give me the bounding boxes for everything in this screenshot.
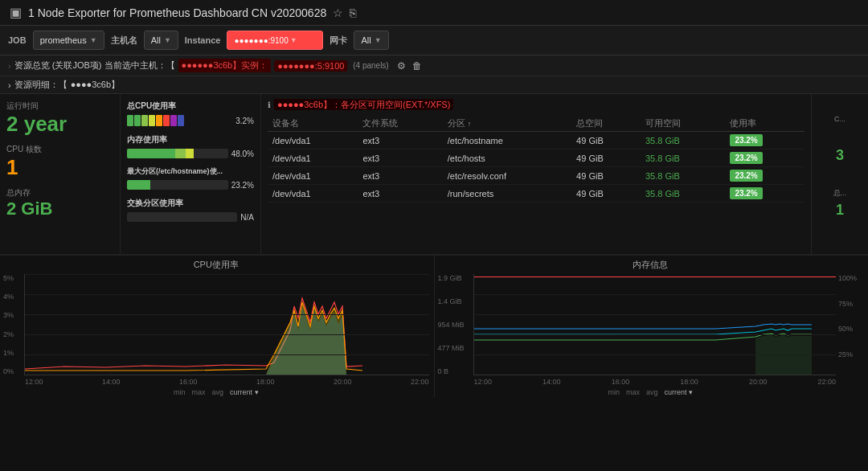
cpu-y-4: 4% (3, 293, 24, 301)
mem-x-22: 22:00 (817, 378, 836, 386)
mem-y-1: 1.9 GiB (438, 274, 473, 282)
mem-yr-1: 100% (838, 274, 863, 282)
cell-total: 49 GiB (571, 185, 641, 203)
share-icon[interactable]: ⎘ (350, 6, 356, 19)
cell-device: /dev/vda1 (268, 149, 358, 167)
memory-label: 总内存 (6, 187, 113, 199)
grid-0 (25, 274, 429, 275)
star-icon[interactable]: ☆ (333, 6, 343, 19)
cpu-bar-5 (156, 115, 162, 126)
dashboard-icon: ▣ (10, 5, 22, 20)
memory-bar-row: 48.0% (127, 149, 254, 158)
cell-device: /dev/vda1 (268, 132, 358, 149)
mem-x-16: 16:00 (612, 378, 630, 386)
cpu-x-20: 20:00 (334, 378, 352, 386)
mem-max: max (626, 388, 640, 396)
swap-bar-row: N/A (127, 212, 254, 222)
cpu-bar-4 (149, 115, 155, 126)
mem-y-4: 477 MiB (438, 344, 473, 352)
instance-value: ●●●●●●●:9100 (234, 36, 288, 45)
mem-min: min (608, 388, 620, 396)
cell-usage: 23.2% (725, 185, 805, 203)
cpu-current[interactable]: current ▾ (230, 388, 259, 396)
mem-yr-3: 50% (838, 325, 863, 333)
cell-usage: 23.2% (725, 149, 805, 167)
col-fs: 文件系统 (358, 116, 442, 132)
swap-bar-bg (127, 212, 237, 222)
mem-grid-3 (474, 334, 837, 335)
memory-fill-buffer (186, 149, 194, 158)
cpu-y-3: 3% (3, 311, 24, 319)
cpu-y-1: 1% (3, 349, 24, 357)
mem-x-18: 18:00 (680, 378, 698, 386)
cell-available: 35.8 GiB (641, 167, 725, 185)
cell-fs: ext3 (358, 167, 442, 185)
info-icon[interactable]: ℹ (268, 100, 271, 109)
memory-chart-svg (474, 274, 837, 375)
grid-2 (25, 314, 429, 315)
breadcrumb-hostname: ●●●●●●3c6b】实例： (178, 59, 272, 72)
memory-footer: min max avg current ▾ (438, 387, 864, 398)
charts-row: CPU使用率 5% 4% 3% 2% 1% 0% (0, 255, 868, 398)
bar-panel: 总CPU使用率 3.2% 内存使用率 (121, 94, 261, 254)
job-label: JOB (8, 35, 27, 45)
instance-input[interactable]: ●●●●●●●:9100 ▼ (227, 31, 323, 50)
cpu-avg: avg (212, 388, 224, 396)
nic-label: 网卡 (330, 35, 347, 47)
mem-y-5: 0 B (438, 367, 473, 375)
cpu-x-22: 22:00 (411, 378, 429, 386)
disk-panel: ℹ ●●●●●3c6b】：各分区可用空间(EXT.*/XFS) 设备名 文件系统… (261, 94, 812, 254)
table-row: /dev/vda1 ext3 /etc/resolv.conf 49 GiB 3… (268, 167, 805, 185)
mem-y-2: 1.4 GiB (438, 297, 473, 305)
hostname-caret: ▼ (164, 36, 171, 44)
cell-usage: 23.2% (725, 167, 805, 185)
memory-value: 2 GiB (6, 200, 113, 218)
cpu-chart-container: CPU使用率 5% 4% 3% 2% 1% 0% (0, 256, 435, 398)
cpu-min: min (174, 388, 186, 396)
nic-dropdown[interactable]: All ▼ (354, 31, 388, 50)
header-title: 1 Node Exporter for Prometheus Dashboard… (28, 6, 326, 19)
cell-partition: /etc/hostname (443, 132, 571, 149)
memory-chart-container: 内存信息 1.9 GiB 1.4 GiB 954 MiB 477 MiB 0 B (435, 256, 869, 398)
breadcrumb-panels: (4 panels) (350, 61, 388, 70)
cell-device: /dev/vda1 (268, 185, 358, 203)
cpu-x-14: 14:00 (102, 378, 121, 386)
col-device: 设备名 (268, 116, 358, 132)
cell-available: 35.8 GiB (641, 149, 725, 167)
disk-bar-bg (127, 180, 228, 190)
breadcrumb-text1: 资源总览 (关联JOB项) 当前选中主机：【 (14, 59, 175, 72)
trash-icon[interactable]: 🗑 (412, 60, 422, 72)
disk-bar-title: 最大分区(/etc/hostname)使... (127, 166, 254, 177)
mem-current[interactable]: current ▾ (665, 388, 694, 396)
main-content: 运行时间 2 year CPU 核数 1 总内存 2 GiB 总CPU使用率 (0, 94, 868, 255)
instance-caret: ▼ (290, 36, 297, 44)
uptime-label: 运行时间 (6, 100, 113, 112)
disk-title: ℹ ●●●●●3c6b】：各分区可用空间(EXT.*/XFS) (268, 99, 805, 111)
cpu-y-2: 2% (3, 330, 24, 338)
cell-partition: /run/secrets (443, 185, 571, 203)
col-total: 总空间 (571, 116, 641, 132)
disk-title-prefix: ●●●●●3c6b】：各分区可用空间(EXT.*/XFS) (274, 99, 453, 111)
cell-fs: ext3 (358, 185, 442, 203)
col-available: 可用空间 (641, 116, 725, 132)
table-row: /dev/vda1 ext3 /run/secrets 49 GiB 35.8 … (268, 185, 805, 203)
job-caret: ▼ (90, 36, 97, 44)
header: ▣ 1 Node Exporter for Prometheus Dashboa… (0, 0, 868, 26)
cell-available: 35.8 GiB (641, 132, 725, 149)
memory-fill-cache (175, 149, 186, 158)
grid-4 (25, 354, 429, 355)
cpu-bar-7 (170, 115, 177, 126)
mem-line-buffer (474, 324, 812, 329)
hostname-dropdown[interactable]: All ▼ (144, 31, 178, 50)
mem-x-14: 14:00 (542, 378, 561, 386)
disk-fill (127, 180, 150, 190)
memory-block: 总内存 2 GiB (6, 187, 113, 218)
cpu-y-5: 5% (3, 274, 24, 282)
cpu-bars (127, 115, 184, 126)
table-row: /dev/vda1 ext3 /etc/hosts 49 GiB 35.8 Gi… (268, 149, 805, 167)
cpu-x-labels: 12:00 14:00 16:00 18:00 20:00 22:00 (25, 378, 429, 386)
gear-icon[interactable]: ⚙ (397, 60, 406, 72)
col-usage: 使用率 (725, 116, 805, 132)
job-dropdown[interactable]: prometheus ▼ (33, 31, 104, 50)
mem-yr-2: 75% (838, 300, 863, 308)
